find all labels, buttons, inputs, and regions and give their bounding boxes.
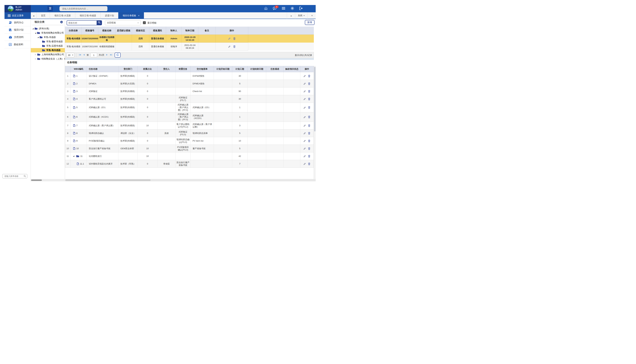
page-size-select[interactable]: 30 ▼: [67, 53, 74, 57]
edit-icon[interactable]: [304, 147, 306, 150]
search-button[interactable]: [97, 20, 102, 25]
column-header-操作[interactable]: 操作: [216, 26, 248, 34]
column-header-计划结束日期[interactable]: 计划结束日期: [248, 66, 266, 72]
column-header-是否默认模板[interactable]: 是否默认模板: [116, 26, 132, 34]
tasks-horizontal-scrollbar[interactable]: [65, 179, 316, 181]
column-header-WBS编码[interactable]: WBS编码: [71, 66, 87, 72]
tab-项目立项-火花塞[interactable]: 项目立项-火花塞: [50, 12, 75, 19]
task-row[interactable]: 11设计验证（DVP&R）技术部(传感器)0DVP&R报告30: [65, 72, 314, 80]
task-row[interactable]: 77式样确认票（客户承认图）技术部(传感器)10客户承认图纸认可(FS,2)式样…: [65, 122, 314, 130]
edit-icon[interactable]: [304, 132, 306, 134]
delete-icon[interactable]: [308, 116, 310, 118]
edit-icon[interactable]: [304, 116, 306, 118]
column-header-触发项目状态[interactable]: 触发项目状态: [284, 66, 300, 72]
expander-open-icon[interactable]: [33, 28, 34, 29]
delete-icon[interactable]: [308, 132, 310, 134]
edit-icon[interactable]: [304, 82, 306, 85]
column-header-责任部门[interactable]: 责任部门: [118, 66, 138, 72]
task-row[interactable]: 55式样确认票（ES）技术部(传感器)0式样确认票（客户承认图）(FF,0)式样…: [65, 103, 314, 112]
logout-button[interactable]: [299, 6, 303, 11]
edit-icon[interactable]: [304, 162, 306, 165]
column-header-备注[interactable]: 备注: [198, 26, 216, 34]
tab-项目立项-传感器[interactable]: 项目立项-传感器: [75, 12, 100, 19]
user-profile[interactable]: 晚上好! Admin: [5, 5, 31, 12]
home-button[interactable]: [264, 6, 268, 11]
edit-icon[interactable]: [228, 37, 231, 40]
delete-icon[interactable]: [308, 82, 310, 85]
task-row[interactable]: 1211.1试作图纸受领及社内展开技术部（常熟）0李侥宸营业发行量产准备书状7: [65, 160, 314, 168]
task-row[interactable]: 44客户承认图纸认可技术部(传感器)0式样验证 (FS,7)30: [65, 95, 314, 103]
column-header-任务名称[interactable]: 任务名称: [87, 66, 118, 72]
template-row[interactable]: 常熟-氧传感器10260720200000传感器计划表模板启用普通任务模板Adm…: [65, 34, 314, 42]
edit-icon[interactable]: [304, 124, 306, 127]
template-row[interactable]: 常熟-氧传感器1026072021000传感器简易模板启用普通任务模板胡海洋20…: [65, 42, 314, 50]
messages-button[interactable]: 6: [273, 6, 277, 11]
delete-icon[interactable]: [233, 37, 236, 40]
scrollbar-thumb[interactable]: [314, 67, 316, 132]
column-header-模板名称[interactable]: 模板名称: [98, 26, 116, 34]
expander-open-icon[interactable]: [35, 32, 36, 34]
tree-collapse-button[interactable]: ◀: [60, 21, 63, 23]
sidebar-collapse-button[interactable]: [48, 6, 53, 11]
tree-node-特殊陶业实业（上海）有限公司[interactable]: 特殊陶业实业（上海）有限公司: [31, 57, 65, 61]
task-row[interactable]: 66式样确认票（KCDS）技术部(传感器)0式样确认票（客户承认图）(FF,0)…: [65, 112, 314, 122]
column-header-模板编号[interactable]: 模板编号: [82, 26, 98, 34]
tree-node-上海特殊陶业有限公司[interactable]: 上海特殊陶业有限公司: [31, 52, 65, 57]
task-row[interactable]: 1111社内图纸发行1042: [65, 152, 314, 160]
tree-node-[所有分类][interactable]: [所有分类]: [31, 26, 65, 31]
tasks-vertical-scrollbar[interactable]: [314, 66, 316, 179]
column-header-计划开始日期[interactable]: 计划开始日期: [214, 66, 232, 72]
sidebar-item-基础资料[interactable]: 基础资料: [5, 41, 31, 48]
task-row[interactable]: 33式样验证技术部(传感器)0Check list90: [65, 88, 314, 95]
edit-icon[interactable]: [304, 98, 306, 100]
expander-closed-icon[interactable]: [35, 54, 36, 56]
sidebar-item-协同办公[interactable]: 协同办公: [5, 19, 31, 26]
close-tabs-dropdown[interactable]: 关闭 ▼: [295, 12, 308, 19]
delete-icon[interactable]: [308, 75, 310, 77]
tree-node-常熟-传感器[interactable]: 常熟-传感器: [31, 35, 65, 40]
expander-open-icon[interactable]: [73, 156, 74, 157]
page-number-input[interactable]: [90, 53, 97, 57]
delete-icon[interactable]: [308, 147, 310, 150]
column-header-index[interactable]: [65, 66, 71, 72]
first-page-button[interactable]: [78, 53, 82, 57]
menu-search-input[interactable]: [4, 175, 23, 178]
sidebar-item-文档资料[interactable]: 文档资料: [5, 34, 31, 41]
column-header-模板属性[interactable]: 模板属性: [149, 26, 166, 34]
column-header-计划工期[interactable]: 计划工期: [232, 66, 248, 72]
expander-closed-icon[interactable]: [35, 58, 36, 60]
delete-icon[interactable]: [308, 155, 310, 158]
task-row[interactable]: 88现调化部品确认调达部（实业）0吴雄式样验证 (FS,0)现调化部品清单5: [65, 130, 314, 137]
tab-首页[interactable]: 首页: [37, 12, 50, 19]
sidebar-item-项目计划[interactable]: 项目计划: [5, 26, 31, 34]
edit-icon[interactable]: [304, 90, 306, 92]
column-header-模板状态[interactable]: 模板状态: [132, 26, 149, 34]
edit-icon[interactable]: [304, 155, 306, 158]
collapse-tabs-button[interactable]: »: [308, 12, 316, 19]
custom-menu-header[interactable]: 自定义菜单: [5, 12, 31, 19]
menu-button[interactable]: [281, 6, 286, 11]
tree-node-常熟-氧传感器[interactable]: 常熟-氧传感器: [31, 48, 65, 52]
column-header-制单日期[interactable]: 制单日期: [182, 26, 198, 34]
task-row[interactable]: 99PV试验项目确认技术部(传感器)0现调化部品确认(FS,0)PV item …: [65, 137, 314, 145]
task-row[interactable]: 22DFMEA技术部(火花塞)0DFMEA报告5: [65, 80, 314, 88]
delete-icon[interactable]: [308, 98, 310, 100]
tree-node-常熟-温度传感器[interactable]: 常熟-温度传感器: [31, 44, 65, 48]
tree-node-常熟特殊陶业有限公司[interactable]: 常熟特殊陶业有限公司: [31, 31, 65, 35]
show-detail-checkbox[interactable]: ✓: [143, 21, 146, 24]
template-type-select[interactable]: 全部模板 ▼: [105, 20, 141, 25]
tree-node-常熟-爆震传感器[interactable]: 常熟-爆震传感器: [31, 40, 65, 44]
global-search-input[interactable]: [62, 7, 104, 10]
add-template-button[interactable]: 新增: [305, 20, 315, 25]
tree-horizontal-scrollbar[interactable]: [31, 179, 65, 181]
close-icon[interactable]: ✕: [138, 14, 140, 17]
delete-icon[interactable]: [233, 45, 236, 48]
delete-icon[interactable]: [308, 106, 310, 109]
column-header-责任人[interactable]: 责任人: [158, 66, 175, 72]
delete-icon[interactable]: [308, 140, 310, 142]
prev-page-button[interactable]: [82, 53, 86, 57]
column-header-操作[interactable]: 操作: [300, 66, 314, 72]
tab-进度计划[interactable]: 进度计划: [100, 12, 118, 19]
delete-icon[interactable]: [308, 90, 310, 93]
column-header-交付物清单[interactable]: 交付物清单: [190, 66, 214, 72]
